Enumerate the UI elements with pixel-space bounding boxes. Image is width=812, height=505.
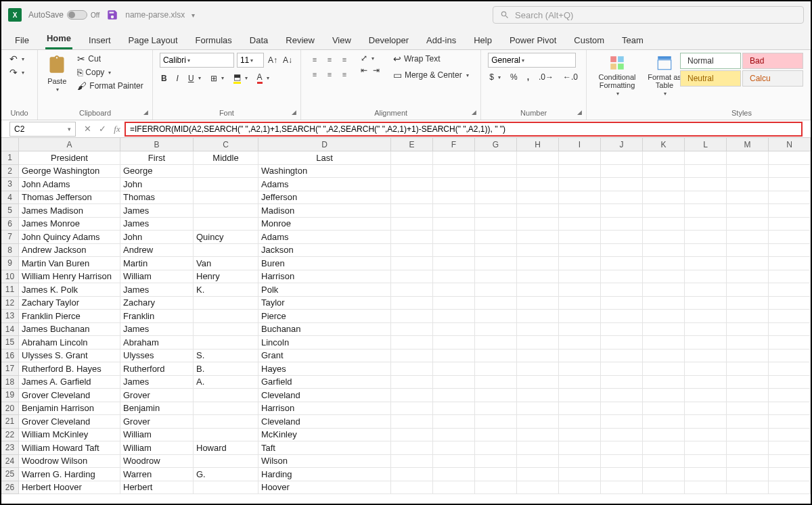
cell-H19[interactable] bbox=[517, 389, 559, 402]
row-header-3[interactable]: 3 bbox=[1, 178, 19, 191]
cell-E3[interactable] bbox=[391, 178, 433, 191]
cell-H22[interactable] bbox=[517, 429, 559, 442]
cell-A5[interactable]: James Madison bbox=[19, 204, 120, 218]
cell-B20[interactable]: Benjamin bbox=[120, 402, 194, 416]
cell-G8[interactable] bbox=[475, 244, 517, 258]
cell-E12[interactable] bbox=[391, 297, 433, 310]
cell-L17[interactable] bbox=[685, 362, 727, 376]
cell-D7[interactable]: Adams bbox=[258, 231, 391, 244]
ribbon-tab-developer[interactable]: Developer bbox=[367, 31, 410, 49]
cell-J2[interactable] bbox=[601, 165, 643, 178]
cell-A24[interactable]: Woodrow Wilson bbox=[19, 455, 120, 468]
cell-J5[interactable] bbox=[601, 204, 643, 218]
cell-D11[interactable]: Polk bbox=[258, 283, 391, 297]
cell-L11[interactable] bbox=[685, 283, 727, 297]
cell-L18[interactable] bbox=[685, 376, 727, 389]
cell-D13[interactable]: Pierce bbox=[258, 310, 391, 323]
copy-button[interactable]: ⎘Copy bbox=[76, 66, 144, 78]
cell-C7[interactable]: Quincy bbox=[194, 231, 258, 244]
cell-D8[interactable]: Jackson bbox=[258, 244, 391, 258]
cell-I9[interactable] bbox=[559, 257, 601, 270]
cell-style-calculation[interactable]: Calcu bbox=[742, 70, 803, 87]
cell-K26[interactable] bbox=[643, 481, 685, 495]
cell-E22[interactable] bbox=[391, 429, 433, 442]
ribbon-tab-data[interactable]: Data bbox=[248, 31, 269, 49]
cell-F16[interactable] bbox=[433, 350, 475, 363]
cell-K7[interactable] bbox=[643, 231, 685, 244]
cell-H7[interactable] bbox=[517, 231, 559, 244]
cell-N10[interactable] bbox=[769, 270, 811, 284]
cell-N14[interactable] bbox=[769, 323, 811, 337]
column-header-G[interactable]: G bbox=[475, 138, 517, 151]
cell-G3[interactable] bbox=[475, 178, 517, 191]
column-header-I[interactable]: I bbox=[559, 138, 601, 151]
cell-N20[interactable] bbox=[769, 402, 811, 416]
cell-G2[interactable] bbox=[475, 165, 517, 178]
cell-B11[interactable]: James bbox=[120, 283, 194, 297]
cell-N15[interactable] bbox=[769, 336, 811, 350]
cell-G10[interactable] bbox=[475, 270, 517, 284]
cell-B19[interactable]: Grover bbox=[120, 389, 194, 402]
cell-J8[interactable] bbox=[601, 244, 643, 258]
bold-button[interactable]: B bbox=[160, 73, 168, 84]
font-size-combo[interactable]: 11 bbox=[237, 53, 264, 68]
undo-button[interactable]: ↶ bbox=[8, 53, 26, 65]
cell-A8[interactable]: Andrew Jackson bbox=[19, 244, 120, 258]
cell-I25[interactable] bbox=[559, 468, 601, 481]
cell-D26[interactable]: Hoover bbox=[258, 481, 391, 495]
cell-J26[interactable] bbox=[601, 481, 643, 495]
cell-D21[interactable]: Cleveland bbox=[258, 415, 391, 429]
cell-E16[interactable] bbox=[391, 350, 433, 363]
cell-J19[interactable] bbox=[601, 389, 643, 402]
cell-M19[interactable] bbox=[727, 389, 769, 402]
cell-G7[interactable] bbox=[475, 231, 517, 244]
column-header-E[interactable]: E bbox=[391, 138, 433, 151]
cell-A6[interactable]: James Monroe bbox=[19, 218, 120, 231]
cell-M17[interactable] bbox=[727, 362, 769, 376]
cell-L20[interactable] bbox=[685, 402, 727, 416]
cell-J25[interactable] bbox=[601, 468, 643, 481]
cell-F17[interactable] bbox=[433, 362, 475, 376]
cell-L26[interactable] bbox=[685, 481, 727, 495]
cell-I7[interactable] bbox=[559, 231, 601, 244]
cell-K14[interactable] bbox=[643, 323, 685, 337]
cell-K16[interactable] bbox=[643, 350, 685, 363]
cell-style-normal[interactable]: Normal bbox=[680, 53, 741, 69]
row-header-8[interactable]: 8 bbox=[1, 244, 19, 258]
cell-H6[interactable] bbox=[517, 218, 559, 231]
cell-D16[interactable]: Grant bbox=[258, 350, 391, 363]
cell-H3[interactable] bbox=[517, 178, 559, 191]
cell-J20[interactable] bbox=[601, 402, 643, 416]
row-header-7[interactable]: 7 bbox=[1, 231, 19, 244]
cell-A19[interactable]: Grover Cleveland bbox=[19, 389, 120, 402]
dialog-launcher-icon[interactable]: ◢ bbox=[292, 109, 296, 116]
cell-J10[interactable] bbox=[601, 270, 643, 284]
cell-N21[interactable] bbox=[769, 415, 811, 429]
cell-B17[interactable]: Rutherford bbox=[120, 362, 194, 376]
cell-B6[interactable]: James bbox=[120, 218, 194, 231]
cell-B16[interactable]: Ulysses bbox=[120, 350, 194, 363]
cell-H13[interactable] bbox=[517, 310, 559, 323]
cell-L2[interactable] bbox=[685, 165, 727, 178]
cell-F22[interactable] bbox=[433, 429, 475, 442]
cell-E20[interactable] bbox=[391, 402, 433, 416]
cell-H11[interactable] bbox=[517, 283, 559, 297]
cell-H9[interactable] bbox=[517, 257, 559, 270]
cell-M25[interactable] bbox=[727, 468, 769, 481]
cell-C18[interactable]: A. bbox=[194, 376, 258, 389]
cell-J17[interactable] bbox=[601, 362, 643, 376]
cell-K15[interactable] bbox=[643, 336, 685, 350]
cell-F12[interactable] bbox=[433, 297, 475, 310]
cell-A20[interactable]: Benjamin Harrison bbox=[19, 402, 120, 416]
orientation-button[interactable]: ⤢ bbox=[359, 53, 381, 64]
cell-E4[interactable] bbox=[391, 191, 433, 205]
cell-I2[interactable] bbox=[559, 165, 601, 178]
ribbon-tab-formulas[interactable]: Formulas bbox=[194, 31, 233, 49]
cell-M13[interactable] bbox=[727, 310, 769, 323]
cell-M12[interactable] bbox=[727, 297, 769, 310]
cell-J6[interactable] bbox=[601, 218, 643, 231]
ribbon-tab-add-ins[interactable]: Add-ins bbox=[425, 31, 457, 49]
cell-H4[interactable] bbox=[517, 191, 559, 205]
ribbon-tab-page-layout[interactable]: Page Layout bbox=[127, 31, 179, 49]
cell-E5[interactable] bbox=[391, 204, 433, 218]
